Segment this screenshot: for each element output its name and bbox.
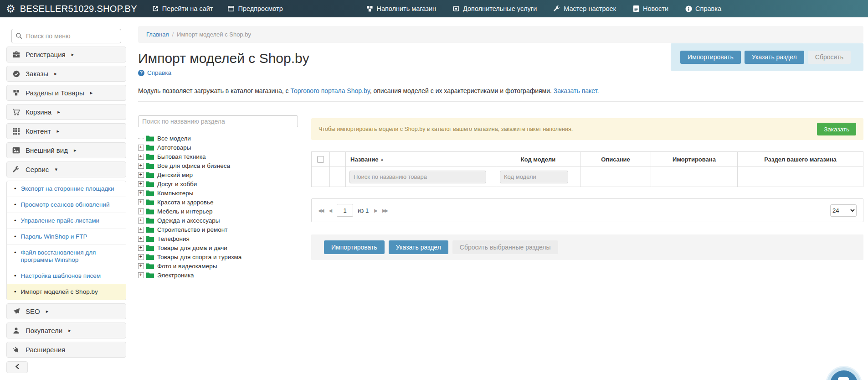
code-filter-input[interactable] bbox=[500, 171, 568, 183]
tree-node[interactable]: Электроника bbox=[138, 271, 298, 280]
import-button-bottom[interactable]: Импортировать bbox=[324, 240, 385, 254]
sidebar-item-appearance[interactable]: Внешний вид ▸ bbox=[6, 142, 126, 158]
tree-node-root[interactable]: Все модели bbox=[138, 134, 298, 143]
sidebar-item-service[interactable]: Сервис ▾ bbox=[6, 161, 126, 177]
name-filter-input[interactable] bbox=[349, 171, 486, 183]
admin-app: ⚙ BESELLER51029.SHOP.BY Перейти на сайт … bbox=[0, 0, 868, 380]
breadcrumb-home-link[interactable]: Главная bbox=[146, 31, 169, 38]
folder-icon bbox=[146, 163, 154, 169]
submenu-item-export[interactable]: • Экспорт на сторонние площадки bbox=[7, 181, 126, 197]
expand-icon[interactable] bbox=[138, 154, 144, 160]
order-package-link[interactable]: Заказать пакет. bbox=[554, 87, 599, 94]
expand-icon[interactable] bbox=[138, 145, 144, 151]
column-header-section[interactable]: Раздел вашего магазина bbox=[738, 152, 863, 167]
bullet-icon: • bbox=[14, 201, 16, 208]
bullet-icon: • bbox=[14, 233, 16, 240]
sidebar-item-customers[interactable]: Покупатели ▸ bbox=[6, 323, 126, 338]
sidebar-item-content[interactable]: Контент ▸ bbox=[6, 123, 126, 139]
nav-go-to-site[interactable]: Перейти на сайт bbox=[152, 5, 213, 12]
column-header-description[interactable]: Описание bbox=[580, 152, 651, 167]
expand-icon[interactable] bbox=[138, 227, 144, 233]
brand[interactable]: ⚙ BESELLER51029.SHOP.BY bbox=[6, 4, 137, 14]
last-page-icon[interactable]: ▶▶ bbox=[382, 208, 387, 213]
folder-icon bbox=[146, 236, 154, 242]
breadcrumb-current: Импорт моделей с Shop.by bbox=[177, 31, 251, 38]
expand-icon[interactable] bbox=[138, 172, 144, 178]
tree-node[interactable]: Бытовая техника bbox=[138, 152, 298, 161]
help-link[interactable]: Справка bbox=[138, 69, 171, 76]
sidebar-item-extensions[interactable]: Расширения bbox=[6, 342, 126, 358]
first-page-icon[interactable]: ◀◀ bbox=[318, 208, 323, 213]
nav-help[interactable]: Справка bbox=[685, 5, 721, 12]
tree-node[interactable]: Строительство и ремонт bbox=[138, 225, 298, 234]
expand-icon[interactable] bbox=[138, 218, 144, 224]
column-header-imported[interactable]: Имортирована bbox=[651, 152, 738, 167]
column-header-code[interactable]: Код модели bbox=[496, 152, 580, 167]
sidebar-item-sections-goods[interactable]: Разделы и Товары ▸ bbox=[6, 85, 126, 101]
expand-icon[interactable] bbox=[138, 245, 144, 251]
next-page-icon[interactable]: ▶ bbox=[374, 208, 377, 213]
order-package-button[interactable]: Заказать bbox=[817, 123, 856, 135]
tree-node[interactable]: Автотовары bbox=[138, 143, 298, 152]
column-header-name[interactable]: Название▲ bbox=[346, 152, 496, 167]
nav-preview[interactable]: Предпросмотр bbox=[227, 5, 282, 12]
sidebar-item-registration[interactable]: Регистрация ▸ bbox=[6, 47, 126, 62]
sidebar-item-label: Контент bbox=[26, 127, 51, 135]
expand-icon[interactable] bbox=[138, 254, 144, 260]
prev-page-icon[interactable]: ◀ bbox=[329, 208, 331, 213]
news-icon bbox=[632, 5, 640, 12]
expand-icon[interactable] bbox=[138, 181, 144, 187]
navbar-left-menu: Перейти на сайт Предпросмотр bbox=[152, 5, 283, 12]
nav-news[interactable]: Новости bbox=[632, 5, 668, 12]
set-section-button[interactable]: Указать раздел bbox=[745, 51, 804, 64]
reset-button[interactable]: Сбросить bbox=[808, 51, 851, 64]
tree-node[interactable]: Товары для спорта и туризма bbox=[138, 252, 298, 261]
sidebar-item-label: Регистрация bbox=[26, 51, 66, 58]
nav-setup-wizard[interactable]: Мастер настроек bbox=[553, 5, 616, 12]
expand-icon[interactable] bbox=[138, 199, 144, 205]
tree-node[interactable]: Компьютеры bbox=[138, 188, 298, 198]
expand-icon[interactable] bbox=[138, 263, 144, 269]
tree-node[interactable]: Товары для дома и дачи bbox=[138, 243, 298, 252]
tree-node[interactable]: Все для офиса и бизнеса bbox=[138, 161, 298, 170]
tree-node[interactable]: Мебель и интерьер bbox=[138, 207, 298, 216]
expand-icon[interactable] bbox=[138, 190, 144, 196]
submenu-item-recovery-file[interactable]: • Файл восстановления для программы Wins… bbox=[7, 245, 126, 268]
submenu-item-pricelists[interactable]: • Управление прайс-листами bbox=[7, 213, 126, 229]
plug-icon bbox=[11, 344, 21, 355]
tree-node[interactable]: Красота и здоровье bbox=[138, 198, 298, 207]
service-submenu: • Экспорт на сторонние площадки • Просмо… bbox=[6, 181, 126, 300]
brand-title: BESELLER51029.SHOP.BY bbox=[20, 4, 137, 14]
caret-right-icon: ▸ bbox=[68, 328, 71, 333]
page-size-select[interactable]: 24 bbox=[830, 204, 857, 217]
nav-fill-store[interactable]: Наполнить магазин bbox=[366, 5, 436, 12]
sidebar-collapse-button[interactable] bbox=[6, 361, 28, 373]
submenu-item-winshop-password[interactable]: • Пароль WinShop и FTP bbox=[7, 229, 126, 245]
tree-node[interactable]: Детский мир bbox=[138, 170, 298, 179]
portal-link[interactable]: Торгового портала Shop.by bbox=[290, 87, 370, 94]
expand-icon[interactable] bbox=[138, 163, 144, 169]
bullet-icon: • bbox=[14, 249, 16, 264]
sidebar-item-cart[interactable]: Корзина ▸ bbox=[6, 104, 126, 120]
import-button[interactable]: Импортировать bbox=[680, 51, 741, 64]
expand-icon[interactable] bbox=[138, 236, 144, 242]
sidebar-item-seo[interactable]: SEO ▸ bbox=[6, 303, 126, 319]
page-number-input[interactable] bbox=[337, 204, 353, 217]
tree-node[interactable]: Досуг и хобби bbox=[138, 179, 298, 188]
select-all-checkbox[interactable] bbox=[317, 156, 324, 163]
set-section-button-bottom[interactable]: Указать раздел bbox=[389, 240, 448, 254]
tree-node[interactable]: Фото и видеокамеры bbox=[138, 261, 298, 271]
tree-node[interactable]: Одежда и аксессуары bbox=[138, 216, 298, 225]
submenu-item-import-shopby[interactable]: • Импорт моделей с Shop.by bbox=[7, 284, 126, 300]
nav-extra-services[interactable]: Дополнительные услуги bbox=[452, 5, 537, 12]
expand-icon[interactable] bbox=[138, 208, 144, 214]
submenu-item-update-sessions[interactable]: • Просмотр сеансов обновлений bbox=[7, 197, 126, 213]
submenu-item-mail-templates[interactable]: • Настройка шаблонов писем bbox=[7, 268, 126, 284]
section-search-input[interactable] bbox=[138, 115, 298, 127]
sidebar-item-orders[interactable]: Заказы ▸ bbox=[6, 66, 126, 82]
filter-row bbox=[312, 167, 863, 187]
menu-search-input[interactable] bbox=[11, 29, 121, 43]
tree-node[interactable]: Телефония bbox=[138, 234, 298, 243]
reset-sections-button[interactable]: Сбросить выбранные разделы bbox=[452, 240, 558, 254]
expand-icon[interactable] bbox=[138, 272, 144, 278]
